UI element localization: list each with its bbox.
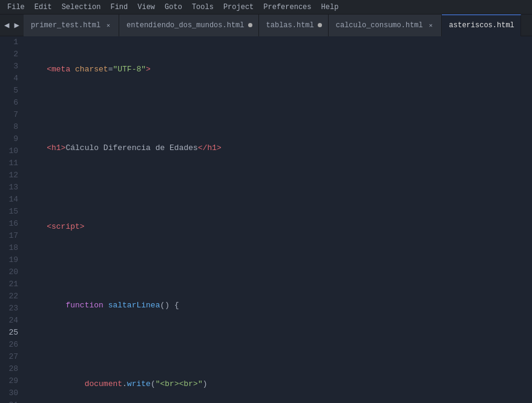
ln-2: 2 xyxy=(5,48,18,61)
ln-22: 22 xyxy=(5,290,18,303)
tab-entendiendo[interactable]: entendiendo_dos_mundos.html xyxy=(119,15,258,36)
code-line-8 xyxy=(28,339,532,351)
tab-tablas[interactable]: tablas.html xyxy=(259,15,329,36)
tab-modified-dot xyxy=(248,23,252,27)
ln-24: 24 xyxy=(5,315,18,327)
code-line-7: function saltarLinea() { xyxy=(28,300,532,312)
ln-25: 25 xyxy=(5,327,18,339)
code-line-6 xyxy=(28,260,532,272)
ln-19: 19 xyxy=(5,254,18,266)
ln-12: 12 xyxy=(5,169,18,182)
menu-tools[interactable]: Tools xyxy=(187,2,218,13)
tab-label: calculo_consumo.html xyxy=(336,21,423,30)
code-line-9: document.write("<br><br>") xyxy=(28,378,532,390)
code-line-2 xyxy=(28,103,532,115)
ln-7: 7 xyxy=(5,109,18,121)
ln-23: 23 xyxy=(5,303,18,315)
ln-11: 11 xyxy=(5,157,18,169)
line-numbers: 1 2 3 4 5 6 7 8 9 10 11 12 13 14 15 16 1… xyxy=(0,36,25,403)
ln-1: 1 xyxy=(5,36,18,48)
ln-26: 26 xyxy=(5,339,18,351)
menu-find[interactable]: Find xyxy=(105,2,133,13)
ln-18: 18 xyxy=(5,242,18,254)
tab-asteriscos[interactable]: asteriscos.html xyxy=(442,15,521,36)
ln-3: 3 xyxy=(5,61,18,73)
ln-20: 20 xyxy=(5,266,18,278)
menu-view[interactable]: View xyxy=(133,2,160,13)
ln-27: 27 xyxy=(5,351,18,363)
ln-9: 9 xyxy=(5,133,18,145)
ln-5: 5 xyxy=(5,85,18,97)
tab-label: entendiendo_dos_mundos.html xyxy=(126,21,244,30)
ln-31: 31 xyxy=(5,399,18,403)
code-area[interactable]: <meta charset="UTF-8"> <h1>Cálculo Difer… xyxy=(25,36,532,403)
ln-10: 10 xyxy=(5,145,18,157)
menu-help[interactable]: Help xyxy=(317,2,344,13)
tab-close-icon[interactable]: ✕ xyxy=(104,21,113,30)
tab-next-arrow[interactable]: ▶ xyxy=(12,19,21,31)
ln-14: 14 xyxy=(5,194,18,206)
code-line-5: <script> xyxy=(28,221,532,233)
ln-21: 21 xyxy=(5,278,18,290)
tabbar: ◀ ▶ primer_test.html ✕ entendiendo_dos_m… xyxy=(0,15,532,36)
menu-edit[interactable]: Edit xyxy=(30,2,57,13)
tab-label: primer_test.html xyxy=(31,21,100,30)
tab-calculo[interactable]: calculo_consumo.html ✕ xyxy=(329,15,442,36)
ln-8: 8 xyxy=(5,121,18,133)
code-line-1: <meta charset="UTF-8"> xyxy=(28,64,532,76)
ln-17: 17 xyxy=(5,230,18,242)
ln-4: 4 xyxy=(5,73,18,85)
tab-label: tablas.html xyxy=(266,21,314,30)
ln-15: 15 xyxy=(5,206,18,218)
tab-nav-arrows: ◀ ▶ xyxy=(0,19,24,31)
code-line-4 xyxy=(28,182,532,194)
menu-preferences[interactable]: Preferences xyxy=(258,2,316,13)
ln-13: 13 xyxy=(5,182,18,194)
tab-primer-test[interactable]: primer_test.html ✕ xyxy=(24,15,119,36)
ln-30: 30 xyxy=(5,387,18,399)
tab-prev-arrow[interactable]: ◀ xyxy=(2,19,11,31)
menu-project[interactable]: Project xyxy=(218,2,258,13)
ln-28: 28 xyxy=(5,363,18,375)
menubar: File Edit Selection Find View Goto Tools… xyxy=(0,0,532,15)
ln-29: 29 xyxy=(5,375,18,387)
tab-close-icon[interactable]: ✕ xyxy=(427,21,435,30)
menu-file[interactable]: File xyxy=(2,2,30,13)
menu-goto[interactable]: Goto xyxy=(160,2,187,13)
ln-6: 6 xyxy=(5,97,18,109)
editor: 1 2 3 4 5 6 7 8 9 10 11 12 13 14 15 16 1… xyxy=(0,36,532,403)
code-line-3: <h1>Cálculo Diferencia de Edades</h1> xyxy=(28,142,532,154)
ln-16: 16 xyxy=(5,218,18,230)
tab-modified-dot xyxy=(318,23,322,27)
menu-selection[interactable]: Selection xyxy=(57,2,106,13)
tab-label: asteriscos.html xyxy=(449,21,514,30)
